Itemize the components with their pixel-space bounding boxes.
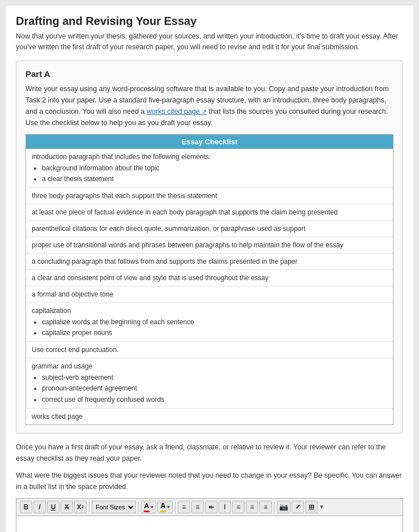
checklist-item-8: a formal and objective tone: [26, 286, 393, 303]
sep1: [89, 501, 89, 513]
checklist-item-10: Use correct end punctuation.: [26, 342, 393, 358]
italic-button[interactable]: I: [33, 501, 46, 513]
outdent-button[interactable]: ↞: [205, 501, 217, 513]
part-a-section: Part A Write your essay using any word-p…: [16, 61, 403, 434]
external-link-icon: ↗: [202, 108, 207, 115]
checklist-item-3: at least one piece of factual evidence i…: [26, 204, 393, 221]
editor-toolbar: B I U X X2 Font Sizes 8 10 12 14 18 24 A: [16, 499, 403, 516]
question-text: What were the biggest issues that your r…: [16, 470, 403, 492]
insert-image-button[interactable]: 📷: [277, 501, 290, 513]
ordered-list-button[interactable]: ≡: [191, 501, 204, 513]
intro-text: Now that you've written your thesis, gat…: [16, 31, 403, 53]
underline-button[interactable]: U: [47, 501, 59, 513]
checklist-item-6: a concluding paragraph that follows from…: [26, 254, 393, 270]
sep2: [138, 501, 139, 513]
font-color-button[interactable]: A ▾: [141, 501, 156, 513]
editor-area[interactable]: [16, 516, 403, 532]
unordered-list-button[interactable]: ≡: [178, 501, 190, 513]
bold-button[interactable]: B: [20, 501, 32, 513]
checklist-item-4: parenthetical citations for each direct …: [26, 221, 393, 237]
insert-table-button[interactable]: ⊞: [305, 501, 318, 513]
works-cited-link[interactable]: works cited page ↗: [147, 108, 207, 115]
checklist-item-12: works cited page: [26, 409, 393, 424]
strikethrough-button[interactable]: X: [61, 501, 73, 513]
main-title: Drafting and Revising Your Essay: [16, 15, 403, 28]
checklist-item-2: three body paragraphs that each support …: [26, 188, 393, 204]
checklist-header: Essay Checklist: [26, 135, 393, 149]
check-button[interactable]: ✓: [292, 501, 304, 513]
checklist-body: introduction paragraph that includes the…: [26, 149, 393, 424]
justify-button[interactable]: ≡: [259, 501, 272, 513]
sep3: [175, 501, 176, 513]
highlight-color-button[interactable]: A ▾: [157, 501, 173, 513]
part-a-text: Write your essay using any word-processi…: [25, 83, 394, 128]
part-a-heading: Part A: [25, 69, 394, 79]
checklist-item-9: capitalization capitalize words at the b…: [26, 303, 393, 342]
checklist-item-7: a clear and consistent point of view and…: [26, 270, 393, 286]
essay-checklist: Essay Checklist introduction paragraph t…: [25, 134, 394, 425]
post-checklist-text: Once you have a first draft of your essa…: [16, 441, 403, 464]
subscript-button[interactable]: X2: [74, 501, 87, 513]
checklist-item-1: introduction paragraph that includes the…: [26, 149, 393, 188]
checklist-item-5: proper use of transitional words and phr…: [26, 237, 393, 254]
align-left-button[interactable]: ⁞: [219, 501, 231, 513]
align-right-button[interactable]: ≡: [246, 501, 258, 513]
sep4: [274, 501, 275, 513]
rich-text-editor: B I U X X2 Font Sizes 8 10 12 14 18 24 A: [16, 498, 403, 532]
font-sizes-select[interactable]: Font Sizes 8 10 12 14 18 24: [92, 501, 136, 513]
table-dropdown-arrow: ▼: [319, 504, 324, 510]
checklist-item-11: grammar and usage subject-verb agreement…: [26, 358, 393, 409]
align-center-button[interactable]: ≡: [232, 501, 245, 513]
page-container: Drafting and Revising Your Essay Now tha…: [6, 6, 413, 532]
